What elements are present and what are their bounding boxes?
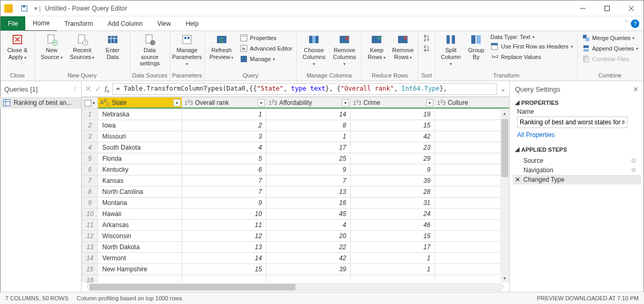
append-queries-button[interactable]: Append Queries — [581, 44, 640, 53]
close-apply-button[interactable]: Close & Apply — [3, 32, 32, 61]
settings-header: Query Settings ✕ — [510, 81, 644, 97]
filter-icon[interactable]: ▾ — [257, 99, 265, 106]
status-profiling: Column profiling based on top 1000 rows — [77, 295, 182, 301]
svg-text:A: A — [424, 48, 427, 52]
step-navigation[interactable]: Navigation⚙ — [513, 165, 641, 175]
table-row[interactable]: 1Nebraska11419 — [82, 109, 510, 120]
sort-desc-button[interactable]: ZA — [421, 44, 432, 53]
properties-button[interactable]: Properties — [239, 33, 294, 43]
table-row[interactable]: 10Hawaii104524 — [82, 209, 510, 220]
table-row[interactable]: 7Kansas7739 — [82, 175, 510, 187]
keep-rows-button[interactable]: Keep Rows — [364, 32, 389, 61]
accept-formula-icon[interactable]: ✓ — [95, 84, 102, 94]
maximize-button[interactable] — [595, 1, 619, 16]
step-source[interactable]: Source⚙ — [513, 156, 641, 165]
split-column-button[interactable]: Split Column — [438, 32, 464, 68]
replace-values-button[interactable]: 12Replace Values — [489, 52, 573, 62]
view-tab[interactable]: View — [150, 16, 179, 31]
menu-bar: File Home Transform Add Column View Help… — [1, 16, 643, 31]
query-label: Query — [243, 71, 259, 80]
table-row[interactable]: 12Wisconsin122015 — [82, 231, 510, 242]
table-row[interactable]: 2Iowa2815 — [82, 120, 510, 131]
close-settings-icon[interactable]: ✕ — [633, 85, 639, 93]
column-overall-rank[interactable]: 123Overall rank▾ — [182, 97, 266, 109]
table-row[interactable]: 3Missouri3142 — [82, 131, 510, 142]
svg-rect-20 — [183, 35, 191, 44]
manage-columns-label: Manage Columns — [306, 71, 352, 80]
svg-rect-52 — [583, 45, 589, 48]
home-tab[interactable]: Home — [25, 16, 57, 31]
query-item[interactable]: Ranking of best an... — [0, 97, 81, 109]
table-row[interactable]: 14Vermont14421 — [82, 253, 510, 264]
table-row[interactable]: 4South Dakota41723 — [82, 142, 510, 153]
remove-rows-button[interactable]: Remove Rows — [390, 32, 415, 61]
filter-icon[interactable]: ▾ — [426, 99, 433, 106]
gear-icon[interactable]: ⚙ — [631, 157, 637, 164]
svg-text:fx: fx — [242, 46, 245, 51]
svg-text:Z: Z — [424, 45, 427, 48]
save-button[interactable] — [16, 5, 32, 12]
app-icon — [1, 4, 16, 13]
column-state[interactable]: ABCState▾ — [98, 97, 182, 109]
horizontal-scrollbar[interactable]: 〈 〉 — [82, 282, 509, 292]
formula-input[interactable]: = Table.TransformColumnTypes(Data0,{{"St… — [112, 83, 497, 95]
table-row[interactable]: 11Arkansas11446 — [82, 220, 510, 231]
add-column-tab[interactable]: Add Column — [101, 16, 150, 31]
qat-divider: ▾ | — [32, 5, 43, 12]
close-button[interactable] — [619, 1, 643, 16]
svg-rect-14 — [108, 36, 117, 43]
svg-rect-42 — [447, 35, 450, 44]
recent-sources-button[interactable]: Recent Sources — [67, 32, 97, 61]
applied-steps-section[interactable]: ◢APPLIED STEPS — [510, 144, 644, 155]
data-type-button[interactable]: Data Type: Text — [489, 33, 573, 41]
manage-parameters-button[interactable]: Manage Parameters — [172, 32, 202, 68]
properties-section[interactable]: ◢PROPERTIES — [510, 97, 644, 108]
data-source-settings-button[interactable]: Data source settings — [135, 32, 164, 68]
help-icon[interactable]: ? — [631, 19, 639, 28]
advanced-editor-button[interactable]: fxAdvanced Editor — [239, 44, 294, 53]
table-row[interactable]: 8North Carolina71328 — [82, 187, 510, 198]
enter-data-button[interactable]: Enter Data — [98, 32, 127, 61]
combine-files-button: Combine Files — [581, 54, 640, 64]
step-changed-type[interactable]: ✕Changed Type — [513, 175, 641, 184]
transform-tab[interactable]: Transform — [57, 16, 100, 31]
table-row[interactable]: 9Montana91631 — [82, 198, 510, 209]
formula-expand-icon[interactable]: ⌄ — [500, 85, 506, 93]
svg-text:Z: Z — [424, 38, 427, 42]
table-row[interactable]: 15New Hampshire15391 — [82, 264, 510, 275]
table-row[interactable]: 6Kentucky699 — [82, 164, 510, 175]
table-icon[interactable] — [84, 100, 92, 107]
ribbon-collapse-icon[interactable]: ˆ — [626, 20, 628, 27]
merge-queries-button[interactable]: Merge Queries — [581, 33, 640, 43]
title-bar: ▾ | Untitled - Power Query Editor — [1, 1, 643, 16]
refresh-preview-button[interactable]: Refresh Preview — [207, 32, 236, 61]
filter-icon[interactable]: ▾ — [342, 99, 349, 106]
filter-icon[interactable]: ▾ — [173, 99, 181, 106]
query-name-input[interactable] — [517, 116, 628, 128]
column-crime[interactable]: 123Crime▾ — [351, 97, 435, 109]
new-query-label: New Query — [67, 71, 96, 80]
gear-icon[interactable]: ⚙ — [631, 166, 637, 174]
choose-columns-button[interactable]: Choose Columns — [299, 32, 329, 68]
help-tab[interactable]: Help — [178, 16, 206, 31]
table-row[interactable]: 16 — [82, 275, 510, 283]
svg-rect-45 — [477, 35, 481, 44]
new-source-button[interactable]: ✳New Source — [37, 32, 66, 61]
vertical-scrollbar[interactable]: ▴▾ — [500, 109, 509, 282]
table-row[interactable]: 13North Dakota132217 — [82, 242, 510, 253]
collapse-queries-icon[interactable]: 〈 — [70, 84, 77, 94]
column-culture[interactable]: 123Culture — [435, 97, 509, 109]
delete-step-icon[interactable]: ✕ — [515, 176, 520, 183]
file-tab[interactable]: File — [1, 16, 25, 31]
sort-asc-button[interactable]: AZ — [421, 33, 432, 43]
group-by-button[interactable]: Group By — [465, 32, 487, 61]
column-affordability[interactable]: 123Affordability▾ — [266, 97, 351, 109]
table-row[interactable]: 5Florida52529 — [82, 153, 510, 164]
first-row-headers-button[interactable]: Use First Row as Headers — [489, 42, 573, 51]
all-properties-link[interactable]: All Properties — [510, 130, 644, 140]
manage-button[interactable]: Manage — [239, 54, 294, 64]
cancel-formula-icon[interactable]: ✕ — [85, 84, 92, 94]
minimize-button[interactable] — [571, 1, 595, 16]
fx-icon[interactable]: fx — [105, 84, 109, 94]
remove-columns-button[interactable]: Remove Columns — [330, 32, 359, 68]
